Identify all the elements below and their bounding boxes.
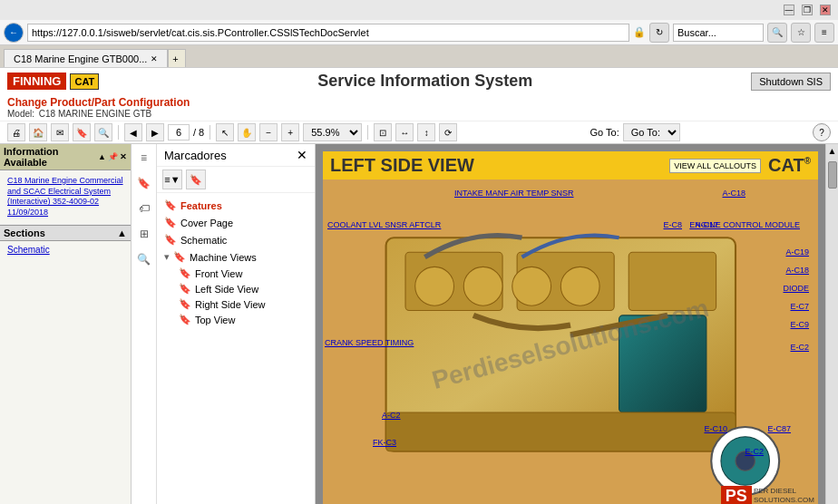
bm-right-side-view[interactable]: 🔖 Right Side View [175,296,311,312]
callout-e-c9[interactable]: E-C9 [790,320,809,329]
menu-icon[interactable]: ≡ [814,23,834,43]
callout-crank[interactable]: CRANK SPEED TIMING [325,338,414,348]
callout-coolant[interactable]: COOLANT LVL SNSR AFTCLR [327,220,441,229]
sections-toggle-icon[interactable]: ▲ [117,228,127,238]
title-bar-restore[interactable]: ❐ [802,5,813,15]
callout-e-c2-bot[interactable]: E-C2 [745,447,764,456]
hand-tool[interactable]: ✋ [238,123,256,141]
info-available-label: Information Available [4,146,98,168]
schematic-link[interactable]: Schematic [4,243,54,257]
bm-schematic[interactable]: 🔖 Schematic [161,231,311,248]
goto-label: Go To: [590,127,619,138]
bm-cover-page[interactable]: 🔖 Cover Page [161,214,311,231]
vertical-scrollbar[interactable]: ▲ ▼ [825,144,838,504]
bm-child-icon-3: 🔖 [179,298,191,310]
page-total: / 8 [193,127,204,138]
bm-front-view[interactable]: 🔖 Front View [175,266,311,281]
search-input[interactable] [673,24,764,42]
scroll-up-btn[interactable]: ▲ [826,144,838,158]
tab-close-icon[interactable]: ✕ [151,54,158,63]
fit-height-btn[interactable]: ↕ [417,123,435,141]
callout-a-c2[interactable]: A-C2 [382,411,401,420]
rotate-btn[interactable]: ⟳ [439,123,457,141]
bm-chevron-icon: ▾ [164,251,170,263]
diagram-title: LEFT SIDE VIEW [330,155,474,176]
title-bar-close[interactable]: ✕ [820,5,831,15]
bookmarks-close-btn[interactable]: ✕ [297,148,307,162]
tag-icon[interactable]: 🏷 [134,199,154,218]
model-label: Model: [7,109,34,119]
bookmarks-title: Marcadores [164,149,227,162]
product-model: Model: C18 MARINE ENGINE GTB [7,109,190,119]
finning-logo: FINNING [7,73,66,90]
info-close-icon[interactable]: ✕ [120,152,127,161]
bm-machine-views[interactable]: ▾ 🔖 Machine Views [161,248,311,266]
home-icon[interactable]: 🏠 [29,123,47,141]
zoom-select[interactable]: 55.9% 75% 100% 125% 150% [303,123,362,141]
callout-fk-c3[interactable]: FK-C3 [373,438,396,447]
shutdown-sis-button[interactable]: Shutdown SIS [751,73,831,91]
search-doc-icon[interactable]: 🔍 [94,123,112,141]
address-bar[interactable] [27,24,629,42]
bm-cover-page-label: Cover Page [180,218,233,228]
print-icon[interactable]: 🖨 [7,123,25,141]
callout-intake[interactable]: INTAKE MANF AIR TEMP SNSR [454,189,574,198]
goto-select[interactable]: Go To: [623,123,680,141]
view-callouts-button[interactable]: VIEW ALL CALLOUTS [669,159,761,173]
callout-diode[interactable]: DIODE [783,284,809,293]
title-bar-minimize[interactable]: — [784,5,794,15]
callout-e-c2[interactable]: E-C2 [790,343,809,352]
new-tab-button[interactable]: + [168,49,186,67]
product-config-label: Change Product/Part Configuration [7,96,190,109]
bookmark-list-icon[interactable]: ≡ [134,148,154,168]
scroll-thumb[interactable] [828,161,837,189]
bm-option-btn[interactable]: 🔖 [186,170,206,189]
next-page-button[interactable]: ▶ [146,123,164,141]
zoom-out-btn[interactable]: − [259,123,278,141]
layers-icon[interactable]: ⊞ [134,224,154,244]
info-expand-icon[interactable]: ▲ [98,152,106,161]
callout-e-c7[interactable]: E-C7 [790,302,809,311]
callout-a-c18-mid[interactable]: A-C18 [785,266,809,275]
callout-e-c8[interactable]: E-C8 [663,220,682,229]
bm-left-side-view[interactable]: 🔖 Left Side View [175,281,311,296]
bookmark-add-icon[interactable]: 🔖 [134,173,154,193]
bm-child-icon-1: 🔖 [179,267,191,279]
sections-header[interactable]: Sections ▲ [0,225,131,241]
cursor-tool[interactable]: ↖ [216,123,234,141]
bm-expand-btn[interactable]: ≡▼ [162,170,182,189]
bm-features[interactable]: 🔖 Features [161,197,311,214]
back-button[interactable]: ← [4,23,24,43]
fit-width-btn[interactable]: ↔ [395,123,414,141]
page-number-input[interactable]: 6 [168,124,190,141]
refresh-icon[interactable]: ↻ [649,23,669,43]
star-icon[interactable]: ☆ [791,23,811,43]
bm-right-side-view-label: Right Side View [195,299,265,310]
bookmark-icon[interactable]: 🔖 [73,123,91,141]
fit-page-btn[interactable]: ⊡ [374,123,392,141]
info-pin-icon[interactable]: 📌 [108,152,118,161]
zoom-in-btn[interactable]: + [281,123,299,141]
svg-point-7 [463,267,502,305]
callout-a-c18-top[interactable]: A-C18 [722,189,745,198]
callout-e-c10[interactable]: E-C10 [704,424,727,433]
bm-bookmark-icon-2: 🔖 [164,217,177,228]
bm-features-label: Features [180,200,222,211]
help-button[interactable]: ? [813,123,831,141]
cat-brand-logo: CAT® [768,155,811,176]
svg-point-6 [415,267,454,305]
callout-a-c19[interactable]: A-C19 [785,247,809,257]
callout-engine-ctrl[interactable]: ENGINE CONTROL MODULE [689,220,800,229]
find-icon[interactable]: 🔍 [134,249,154,269]
search-icon[interactable]: 🔍 [767,23,787,43]
email-icon[interactable]: ✉ [51,123,69,141]
svg-point-8 [512,267,551,305]
doc-page: LEFT SIDE VIEW VIEW ALL CALLOUTS CAT® [323,151,818,504]
cat-logo: CAT [70,73,99,90]
prev-page-button[interactable]: ◀ [124,123,142,141]
nav-link-c18[interactable]: C18 Marine Engine Commercial and SCAC El… [4,174,127,220]
nav-item-c18[interactable]: C18 Marine Engine Commercial and SCAC El… [0,170,131,225]
browser-tab[interactable]: C18 Marine Engine GTB000... ✕ [4,49,168,67]
bm-top-view[interactable]: 🔖 Top View [175,312,311,327]
callout-e-c87[interactable]: E-C87 [767,424,791,433]
